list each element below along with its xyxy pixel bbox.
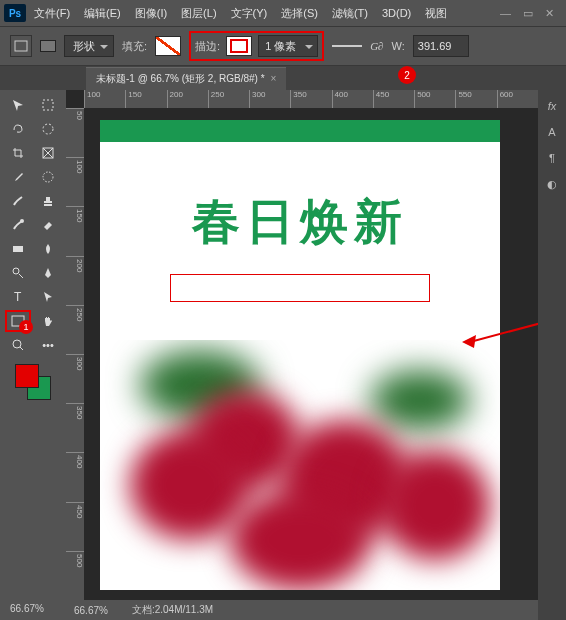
shape-mode-label: 形状 (73, 39, 95, 54)
canvas-area: 100150200250300350400450500550600 501001… (66, 90, 538, 620)
document-canvas[interactable]: 春日焕新 (100, 120, 500, 590)
svg-rect-8 (13, 246, 23, 252)
stroke-size-value: 1 像素 (265, 39, 296, 54)
menu-edit[interactable]: 编辑(E) (78, 2, 127, 25)
svg-point-13 (13, 340, 21, 348)
rectangle-tool[interactable]: 1 (5, 310, 31, 332)
stroke-label: 描边: (195, 39, 220, 54)
chain-icon[interactable]: G∂ (370, 40, 383, 52)
marquee-tool[interactable] (35, 94, 61, 116)
tab-title: 未标题-1 @ 66.7% (矩形 2, RGB/8#) * (96, 72, 265, 86)
svg-point-6 (43, 172, 53, 182)
history-brush-tool[interactable] (5, 214, 31, 236)
menu-view[interactable]: 视图 (419, 2, 453, 25)
callout-badge-2: 2 (398, 66, 416, 84)
drawn-rectangle[interactable] (170, 274, 430, 302)
main-area: T 1 ••• 10015020025030035040045050055060… (0, 90, 566, 620)
svg-line-15 (470, 318, 538, 342)
brush-tool[interactable] (5, 190, 31, 212)
menu-layer[interactable]: 图层(L) (175, 2, 222, 25)
menu-bar: Ps 文件(F) 编辑(E) 图像(I) 图层(L) 文字(Y) 选择(S) 滤… (0, 0, 566, 26)
stamp-tool[interactable] (35, 190, 61, 212)
minimize-icon[interactable]: — (500, 7, 511, 20)
canvas-title-text: 春日焕新 (100, 190, 500, 254)
callout-badge-1: 1 (19, 320, 33, 334)
hand-tool[interactable] (35, 310, 61, 332)
document-tab-bar: 未标题-1 @ 66.7% (矩形 2, RGB/8#) * × (0, 66, 566, 90)
right-panel: fx A ¶ ◐ (538, 90, 566, 620)
svg-rect-1 (43, 100, 53, 110)
path-select-tool[interactable] (35, 286, 61, 308)
healing-tool[interactable] (35, 166, 61, 188)
ruler-horizontal: 100150200250300350400450500550600 (84, 90, 538, 108)
svg-line-10 (19, 274, 23, 278)
eyedropper-tool[interactable] (5, 166, 31, 188)
window-controls: — ▭ ✕ (492, 7, 562, 20)
menu-type[interactable]: 文字(Y) (225, 2, 274, 25)
canvas-image-roses (100, 340, 500, 590)
svg-point-9 (13, 268, 19, 274)
move-tool[interactable] (5, 94, 31, 116)
zoom-level[interactable]: 66.67% (74, 605, 108, 616)
zoom-tool[interactable] (5, 334, 31, 356)
shape-mode-select[interactable]: 形状 (64, 35, 114, 57)
quick-select-tool[interactable] (35, 118, 61, 140)
menu-file[interactable]: 文件(F) (28, 2, 76, 25)
zoom-readout: 66.67% (6, 599, 48, 618)
close-icon[interactable]: ✕ (545, 7, 554, 20)
pen-tool[interactable] (35, 262, 61, 284)
adjust-panel-icon[interactable]: ◐ (547, 178, 557, 191)
svg-rect-0 (15, 41, 27, 51)
menu-filter[interactable]: 滤镜(T) (326, 2, 374, 25)
dodge-tool[interactable] (5, 262, 31, 284)
foreground-color[interactable] (15, 364, 39, 388)
maximize-icon[interactable]: ▭ (523, 7, 533, 20)
menu-image[interactable]: 图像(I) (129, 2, 173, 25)
more-tools[interactable]: ••• (35, 334, 61, 356)
status-bar: 66.67% 文档:2.04M/11.3M (66, 600, 538, 620)
green-header-band (100, 120, 500, 142)
svg-point-7 (20, 219, 24, 223)
stroke-group-highlight: 描边: 1 像素 (189, 31, 324, 61)
width-value: 391.69 (418, 40, 452, 52)
lasso-tool[interactable] (5, 118, 31, 140)
stroke-style-line[interactable] (332, 45, 362, 47)
svg-point-2 (43, 124, 53, 134)
frame-tool[interactable] (35, 142, 61, 164)
rectangle-icon (14, 40, 28, 52)
color-picker[interactable] (15, 364, 51, 400)
tool-preset-swatch[interactable] (40, 40, 56, 52)
fill-swatch[interactable] (155, 36, 181, 56)
width-field[interactable]: 391.69 (413, 35, 469, 57)
gradient-tool[interactable] (5, 238, 31, 260)
crop-tool[interactable] (5, 142, 31, 164)
stroke-size-field[interactable]: 1 像素 (258, 35, 318, 57)
toolbox: T 1 ••• (0, 90, 66, 620)
menu-select[interactable]: 选择(S) (275, 2, 324, 25)
w-label: W: (392, 40, 405, 52)
fill-label: 填充: (122, 39, 147, 54)
paragraph-panel-icon[interactable]: ¶ (549, 152, 555, 164)
stroke-swatch[interactable] (226, 36, 252, 56)
tab-close-icon[interactable]: × (271, 73, 277, 84)
active-tool-indicator[interactable] (10, 35, 32, 57)
character-panel-icon[interactable]: A (548, 126, 555, 138)
menu-3d[interactable]: 3D(D) (376, 3, 417, 23)
doc-size: 文档:2.04M/11.3M (132, 603, 213, 617)
document-tab[interactable]: 未标题-1 @ 66.7% (矩形 2, RGB/8#) * × (86, 67, 286, 90)
options-bar: 形状 填充: 描边: 1 像素 G∂ W: 391.69 (0, 26, 566, 66)
blur-tool[interactable] (35, 238, 61, 260)
svg-line-14 (20, 347, 23, 350)
app-icon: Ps (4, 4, 26, 22)
fx-panel-icon[interactable]: fx (548, 100, 557, 112)
eraser-tool[interactable] (35, 214, 61, 236)
svg-text:T: T (14, 290, 22, 304)
ruler-vertical: 50100150200250300350400450500 (66, 108, 84, 600)
type-tool[interactable]: T (5, 286, 31, 308)
